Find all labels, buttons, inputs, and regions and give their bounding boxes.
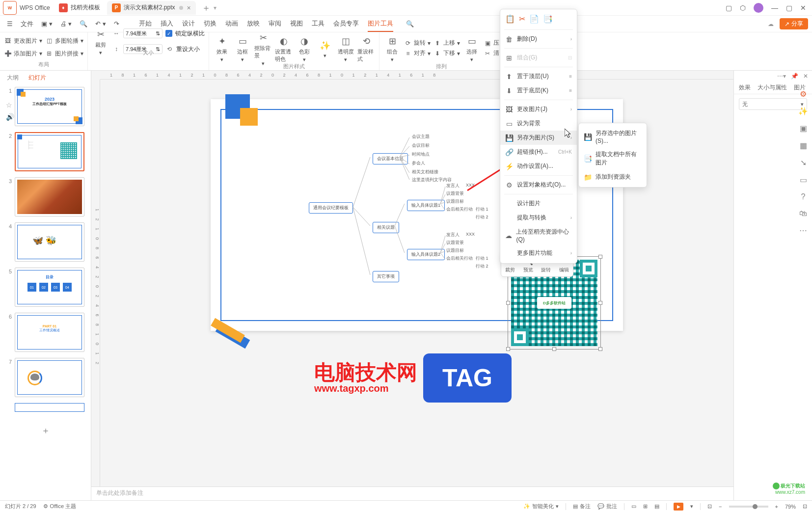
ctx-extract-convert[interactable]: 提取与转换› [500,211,577,225]
fit-button[interactable]: ⊡ [707,503,712,510]
print-icon[interactable]: 🖨 ▾ [57,18,75,29]
close-panel-icon[interactable]: ✕ [803,73,808,80]
slides-tab[interactable]: 幻灯片 [28,74,46,82]
file-menu[interactable]: 文件 [18,18,36,30]
zoom-fit-icon[interactable]: ⊡ [803,503,807,510]
menu-hamburger[interactable]: ☰ [4,18,16,29]
help-icon[interactable]: ? [801,192,806,201]
settings-icon[interactable]: ⚙ [800,89,807,99]
slide-thumb-3[interactable] [15,177,84,216]
share-button[interactable]: ↗ 分享 [780,18,808,29]
ctx-format-obj[interactable]: ⚙设置对象格式(O)... [500,178,577,192]
group-button[interactable]: ⊞组合▾ [383,33,401,63]
zoom-slider[interactable] [729,506,768,508]
reset-style-button[interactable]: ⟲重设样式 [357,33,375,63]
slideshow-button[interactable]: ▶ [674,503,683,511]
new-tab-dropdown[interactable]: ▾ [214,4,217,11]
effect-button[interactable]: ✦效果▾ [213,33,231,63]
theme-label[interactable]: ⚙ Office 主题 [43,503,77,510]
ctx-action[interactable]: ⚡动作设置(A)... [500,159,577,173]
ctx-hyperlink[interactable]: 🔗超链接(H)...Ctrl+K [500,145,577,159]
picture-merge-button[interactable]: ⊞图片拼接 ▾ [45,50,83,58]
ctx-bring-front[interactable]: ⬆置于顶层(U)≡ [500,69,577,83]
zoom-in-button[interactable]: + [775,504,778,510]
ctx-send-back[interactable]: ⬇置于底层(K)≡ [500,83,577,98]
select-button[interactable]: ▭选择▾ [463,33,481,63]
sub-extract-all[interactable]: 📑提取文档中所有图片 [579,147,647,170]
ctx-copy-icon[interactable]: 📋 [505,14,515,24]
forward-button[interactable]: ⬆上移 ▾ [433,39,460,47]
clean-button[interactable]: ✂清 [484,49,499,57]
wand-button[interactable]: ✨▾ [316,38,334,59]
transparency-button[interactable]: ◫透明度▾ [337,33,354,63]
maximize-button[interactable]: ▢ [786,4,792,12]
notes-button[interactable]: ▤ 备注 [573,503,591,510]
ctx-change-pic[interactable]: 🖼更改图片(J)› [500,102,577,116]
slide-thumb-6[interactable]: PART 01 工作情况概述 [15,313,84,352]
ctx-cut-icon[interactable]: ✂ [519,14,525,24]
slide-thumb-5[interactable]: 目录 01 02 03 04 [15,268,84,307]
panel-dropdown-icon[interactable]: ⋯▾ [777,73,786,80]
tab-picture-tools[interactable]: 图片工具 [368,16,393,32]
rp-tab-effect[interactable]: 效果 [739,83,751,92]
close-window-button[interactable]: ✕ [800,4,806,12]
ctx-design-pic[interactable]: 设计图片 [500,196,577,211]
rp-tab-size[interactable]: 大小与属性 [758,83,787,92]
border-button[interactable]: ▭边框▾ [234,33,251,63]
view-normal-icon[interactable]: ▭ [631,503,636,510]
add-slide-button[interactable]: ＋ [0,421,91,440]
cloud-icon[interactable]: ☁ [768,21,774,27]
change-picture-button[interactable]: 🖼更改图片 ▾ [4,37,42,45]
beautify-button[interactable]: ✨ 智能美化 ▾ [523,503,559,510]
tab-animation[interactable]: 动画 [225,16,238,32]
more-icon[interactable]: ⋯ [799,226,807,235]
outline-tab[interactable]: 大纲 [7,74,19,82]
width-input[interactable]: 7.94厘米⇅ [123,28,162,38]
avatar[interactable] [754,3,763,13]
pin-icon[interactable]: 📌 [791,73,798,80]
preview-icon[interactable]: 🔍 [77,18,90,29]
minimize-button[interactable]: — [771,4,778,12]
resize-handle-e[interactable] [598,301,602,305]
remove-bg-button[interactable]: ✂抠除背景▾ [254,30,272,67]
lock-ratio-checkbox[interactable]: ✓ [165,30,172,37]
box-icon[interactable]: ▢ [726,4,732,12]
folder-icon[interactable]: ▭ [800,175,807,185]
slide-thumb-7[interactable] [15,358,84,397]
resize-handle-se[interactable] [598,347,602,351]
zoom-value[interactable]: 79% [785,504,796,510]
shop-icon[interactable]: 🛍 [799,209,807,218]
ctx-upload[interactable]: ☁上传至稻壳资源中心(Q) [500,225,577,246]
zoom-out-button[interactable]: − [719,504,722,510]
add-picture-button[interactable]: ➕添加图片 ▾ [4,50,42,58]
layers-icon[interactable]: ▣ [800,124,807,133]
search-icon[interactable]: 🔍 [403,18,417,29]
new-tab-button[interactable]: ＋ [202,2,211,14]
view-reading-icon[interactable]: ▤ [654,503,659,510]
sub-add-resource[interactable]: 📁添加到资源夹 [579,170,647,184]
resize-handle-sw[interactable] [506,347,510,351]
multi-rotate-button[interactable]: ◫多图轮播 ▾ [45,37,83,45]
tab-tools[interactable]: 工具 [312,16,325,32]
slide-thumb-2[interactable]: ├──├──├── [15,132,84,171]
grid-icon[interactable]: ▦ [800,141,807,150]
resize-handle-ne[interactable] [598,255,602,259]
cube-icon[interactable]: ⬡ [740,4,746,12]
color-button[interactable]: ◑色彩▾ [296,33,313,63]
close-tab-icon[interactable]: × [187,4,191,12]
ctx-paste-icon[interactable]: 📄 [529,14,539,24]
sound-icon[interactable]: 🔊 [6,113,14,121]
slide-thumb-8-partial[interactable] [15,403,84,413]
resize-handle-w[interactable] [506,301,510,305]
slide-thumb-1[interactable]: 2023 工作总结汇报PPT模板 [15,87,84,126]
ctx-paste-special-icon[interactable]: 📑 [543,14,553,24]
tab-document[interactable]: P 演示文稿素材2.pptx × [107,1,196,15]
comments-button[interactable]: 💬 批注 [597,503,617,510]
slide-thumb-4[interactable]: 🦋 🐝 [15,222,84,262]
ctx-more[interactable]: 更多图片功能› [500,246,577,260]
view-sorter-icon[interactable]: ⊞ [643,503,648,510]
star-icon[interactable]: ☆ [6,101,14,109]
rotate-button[interactable]: ⟳旋转 ▾ [404,39,431,47]
set-transparent-button[interactable]: ◐设置透明色 [275,33,293,63]
resize-handle-s[interactable] [552,347,556,351]
